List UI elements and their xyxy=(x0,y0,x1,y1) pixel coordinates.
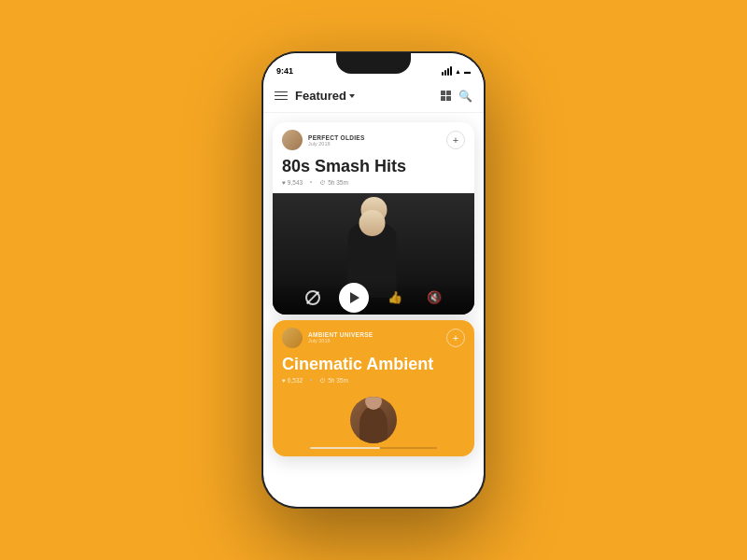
status-time: 9:41 xyxy=(276,66,293,76)
card2-avatar xyxy=(282,328,303,348)
card2-meta-dot xyxy=(310,379,312,381)
search-icon[interactable]: 🔍 xyxy=(458,90,472,103)
card2-title-area: Cinematic Ambient ♥ 6,532 ⏱ 5h 35m xyxy=(273,356,474,391)
card2-duration-text: 5h 35m xyxy=(328,377,348,384)
header-left: Featured xyxy=(275,89,355,103)
grid-view-icon[interactable] xyxy=(441,91,451,101)
header-title-text: Featured xyxy=(295,89,346,103)
card1-user-name: PERFECT OLDIES xyxy=(308,134,365,141)
play-button[interactable] xyxy=(339,283,369,313)
card1-user: PERFECT OLDIES July 2018 xyxy=(282,130,365,150)
scroll-content[interactable]: PERFECT OLDIES July 2018 + 80s Smash Hit… xyxy=(263,113,484,507)
card1-title-area: 80s Smash Hits ♥ 9,543 ⏱ 5h 35m xyxy=(273,158,474,193)
card2-bottom xyxy=(273,391,474,443)
card2-person-silhouette xyxy=(359,406,388,443)
mute-button[interactable]: 🔇 xyxy=(421,285,447,311)
card1-meta-dot xyxy=(310,181,312,183)
card2-likes: ♥ 6,532 xyxy=(282,377,303,384)
play-icon xyxy=(350,292,359,303)
app-header: Featured 🔍 xyxy=(263,79,484,113)
card2-add-button[interactable]: + xyxy=(446,329,465,347)
card2-person-head xyxy=(365,397,382,410)
thumbs-up-icon: 👍 xyxy=(388,290,402,304)
card1-user-info: PERFECT OLDIES July 2018 xyxy=(308,134,365,147)
card1-video[interactable]: 👍 🔇 xyxy=(273,193,474,315)
card2-title: Cinematic Ambient xyxy=(282,356,465,374)
dislike-button[interactable] xyxy=(300,285,326,311)
card2-duration: ⏱ 5h 35m xyxy=(319,377,348,384)
card2-likes-icon: ♥ xyxy=(282,377,286,384)
wifi-icon: ▲ xyxy=(455,68,461,75)
header-right: 🔍 xyxy=(441,90,472,103)
card2-clock-icon: ⏱ xyxy=(319,377,326,384)
notch xyxy=(336,53,411,74)
card1-likes: ♥ 9,543 xyxy=(282,179,303,186)
card2-user-info: AMBIENT UNIVERSE July 2018 xyxy=(308,331,373,343)
card2-user-date: July 2018 xyxy=(308,338,373,343)
card1-avatar xyxy=(282,130,303,150)
phone-screen: 9:41 ▲ ▬ Featur xyxy=(263,53,484,507)
card1-add-button[interactable]: + xyxy=(446,131,465,149)
chevron-down-icon xyxy=(349,94,355,98)
phone-shell: 9:41 ▲ ▬ Featur xyxy=(261,51,486,509)
card1-user-date: July 2018 xyxy=(308,141,365,147)
card2-user: AMBIENT UNIVERSE July 2018 xyxy=(282,328,373,348)
header-title-area[interactable]: Featured xyxy=(295,89,355,103)
circle-slash-icon xyxy=(305,290,320,305)
card1-title: 80s Smash Hits xyxy=(282,158,465,176)
mute-icon: 🔇 xyxy=(427,290,442,304)
card1-clock-icon: ⏱ xyxy=(319,179,326,186)
card1-video-controls: 👍 🔇 xyxy=(273,281,474,315)
like-button[interactable]: 👍 xyxy=(382,285,408,311)
card-cinematic-ambient: AMBIENT UNIVERSE July 2018 + Cinematic A… xyxy=(273,320,474,456)
card2-meta: ♥ 6,532 ⏱ 5h 35m xyxy=(282,377,465,384)
card-80s-smash-hits: PERFECT OLDIES July 2018 + 80s Smash Hit… xyxy=(273,122,474,315)
card1-duration: ⏱ 5h 35m xyxy=(319,179,348,186)
hamburger-menu-icon[interactable] xyxy=(275,91,288,101)
card2-large-avatar xyxy=(350,397,397,443)
battery-icon: ▬ xyxy=(464,68,471,75)
card2-header: AMBIENT UNIVERSE July 2018 + xyxy=(273,320,474,356)
card2-likes-count: 6,532 xyxy=(288,377,303,384)
card1-likes-count: 9,543 xyxy=(288,179,303,186)
card1-header: PERFECT OLDIES July 2018 + xyxy=(273,122,474,158)
status-icons: ▲ ▬ xyxy=(442,66,471,76)
card1-duration-text: 5h 35m xyxy=(328,179,348,186)
card2-user-name: AMBIENT UNIVERSE xyxy=(308,331,373,338)
card1-likes-icon: ♥ xyxy=(282,179,286,186)
card1-meta: ♥ 9,543 ⏱ 5h 35m xyxy=(282,179,465,186)
signal-bars-icon xyxy=(442,66,452,76)
